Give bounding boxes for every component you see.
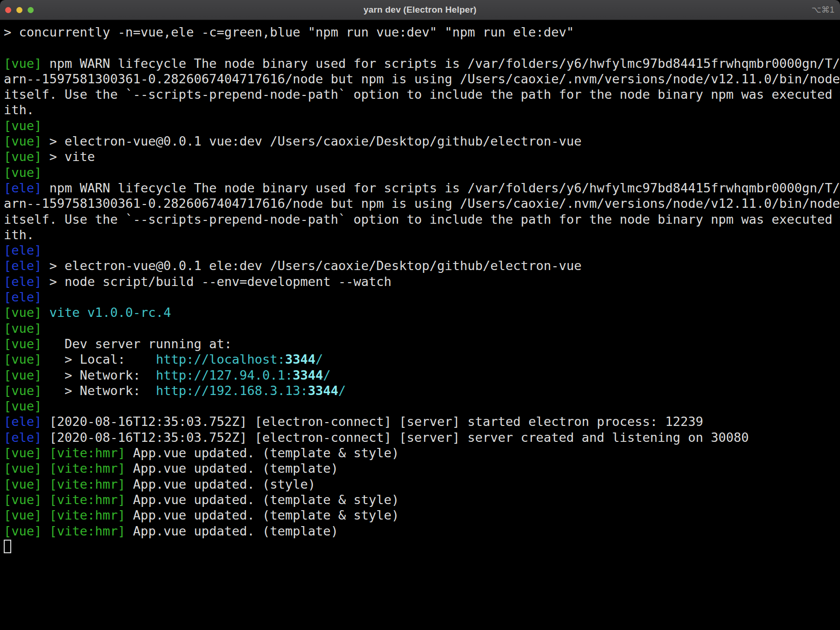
terminal-line: > concurrently -n=vue,ele -c=green,blue … — [4, 24, 840, 40]
terminal-text-segment: [2020-08-16T12:35:03.752Z] [electron-con… — [42, 414, 703, 429]
terminal-line: [ele] > electron-vue@0.0.1 ele:dev /User… — [4, 258, 840, 273]
titlebar[interactable]: yarn dev (Electron Helper) ⌥⌘1 — [0, 0, 840, 20]
terminal-line: [ele] [2020-08-16T12:35:03.752Z] [electr… — [4, 430, 840, 445]
terminal-text-segment — [42, 477, 49, 491]
terminal-text-segment: npm WARN lifecycle The node binary used … — [42, 56, 840, 71]
terminal-text-segment: > Local: — [42, 352, 156, 366]
terminal-text-segment: [vue] — [4, 383, 42, 398]
terminal-text-segment: > electron-vue@0.0.1 ele:dev /Users/caox… — [42, 258, 581, 273]
minimize-button[interactable] — [16, 7, 22, 13]
terminal-text-segment: [ele] — [4, 274, 42, 289]
terminal-line: ith. — [4, 227, 840, 242]
traffic-lights — [5, 0, 34, 20]
terminal-line: arn--1597581300361-0.2826067404717616/no… — [4, 71, 840, 87]
terminal-line: [vue] — [4, 165, 840, 180]
terminal-line: [vue] [vite:hmr] App.vue updated. (templ… — [4, 445, 840, 461]
terminal-text-segment: [vite:hmr] — [50, 508, 126, 522]
terminal-text-segment: > Network: — [42, 368, 156, 382]
terminal-text-segment: [ele] — [4, 243, 42, 257]
close-button[interactable] — [5, 7, 11, 13]
terminal-text-segment — [42, 524, 49, 538]
terminal-text-segment: App.vue updated. (template & style) — [125, 446, 399, 460]
terminal-text-segment: [vue] — [4, 56, 42, 71]
terminal-text-segment: [vue] — [4, 165, 42, 180]
terminal-line: [vue] [vite:hmr] App.vue updated. (templ… — [4, 523, 840, 539]
terminal-text-segment: http://localhost: — [156, 352, 285, 366]
terminal-line: [vue] Dev server running at: — [4, 336, 840, 352]
terminal-line: [vue] > vite — [4, 149, 840, 164]
terminal-text-segment: App.vue updated. (template) — [125, 461, 338, 476]
terminal-text-segment: [vue] — [4, 508, 42, 522]
terminal-text-segment: > concurrently -n=vue,ele -c=green,blue … — [4, 25, 574, 39]
terminal-text-segment: [vue] — [4, 524, 42, 538]
terminal-line: [vue] vite v1.0.0-rc.4 — [4, 305, 840, 320]
terminal-text-segment: [vue] — [4, 118, 42, 133]
terminal-text-segment: [vue] — [4, 477, 42, 491]
terminal-line: [vue] [vite:hmr] App.vue updated. (style… — [4, 476, 840, 492]
terminal-text-segment: [vue] — [4, 134, 42, 148]
terminal-text-segment: ith. — [4, 227, 34, 242]
zoom-button[interactable] — [28, 7, 34, 13]
terminal-line: [vue] > electron-vue@0.0.1 vue:dev /User… — [4, 133, 840, 149]
terminal-text-segment: [vue] — [4, 352, 42, 366]
terminal-text-segment — [42, 446, 49, 460]
terminal-text-segment: [vite:hmr] — [50, 492, 126, 507]
terminal-text-segment: App.vue updated. (style) — [125, 477, 315, 491]
terminal-line: [ele] npm WARN lifecycle The node binary… — [4, 180, 840, 196]
terminal-line — [4, 40, 840, 55]
terminal-line: itself. Use the `--scripts-prepend-node-… — [4, 87, 840, 102]
terminal-line: [ele] — [4, 242, 840, 258]
terminal-text-segment: [vue] — [4, 305, 42, 320]
terminal-line: arn--1597581300361-0.2826067404717616/no… — [4, 196, 840, 211]
terminal-text-segment: itself. Use the `--scripts-prepend-node-… — [4, 212, 840, 227]
terminal-text-segment: App.vue updated. (template) — [125, 524, 338, 538]
terminal-text-segment: [vue] — [4, 368, 42, 382]
terminal-text-segment: [vite:hmr] — [50, 477, 126, 491]
terminal-cursor — [4, 540, 11, 553]
terminal-text-segment: [vite:hmr] — [50, 524, 126, 538]
terminal-line: [vue] — [4, 118, 840, 133]
terminal-line: [vue] > Local: http://localhost:3344/ — [4, 352, 840, 367]
window-title: yarn dev (Electron Helper) — [363, 5, 477, 15]
terminal-text-segment: [2020-08-16T12:35:03.752Z] [electron-con… — [42, 430, 749, 445]
terminal-text-segment: [ele] — [4, 258, 42, 273]
terminal-text-segment: [ele] — [4, 414, 42, 429]
terminal-text-segment: 3344 — [293, 368, 323, 382]
terminal-text-segment: [ele] — [4, 290, 42, 304]
terminal-text-segment: > electron-vue@0.0.1 vue:dev /Users/caox… — [42, 134, 581, 148]
terminal-text-segment: [vue] — [4, 446, 42, 460]
terminal-line: [vue] > Network: http://127.94.0.1:3344/ — [4, 367, 840, 383]
terminal-text-segment: arn--1597581300361-0.2826067404717616/no… — [4, 72, 840, 86]
terminal-text-segment: / — [338, 383, 346, 398]
terminal-line: [vue] [vite:hmr] App.vue updated. (templ… — [4, 461, 840, 476]
terminal-text-segment: [ele] — [4, 430, 42, 445]
terminal-text-segment: > vite — [42, 149, 95, 164]
terminal-text-segment: arn--1597581300361-0.2826067404717616/no… — [4, 196, 840, 211]
terminal-text-segment: [vite:hmr] — [50, 461, 126, 476]
terminal-line: itself. Use the `--scripts-prepend-node-… — [4, 212, 840, 227]
terminal-text-segment: vite v1.0.0-rc.4 — [50, 305, 171, 320]
terminal-text-segment: > Network: — [42, 383, 156, 398]
terminal-text-segment — [42, 492, 49, 507]
terminal-text-segment: 3344 — [285, 352, 315, 366]
terminal-line: [vue] [vite:hmr] App.vue updated. (templ… — [4, 507, 840, 523]
terminal-text-segment — [42, 508, 49, 522]
terminal-line: [vue] [vite:hmr] App.vue updated. (templ… — [4, 492, 840, 507]
terminal-line: [ele] — [4, 289, 840, 305]
terminal-text-segment — [42, 461, 49, 476]
terminal-text-segment: [vue] — [4, 337, 42, 351]
terminal-text-segment: App.vue updated. (template & style) — [125, 492, 399, 507]
terminal-output[interactable]: > concurrently -n=vue,ele -c=green,blue … — [0, 20, 840, 554]
terminal-text-segment: / — [316, 352, 323, 366]
terminal-line: [vue] — [4, 398, 840, 414]
terminal-text-segment: http://127.94.0.1: — [156, 368, 293, 382]
terminal-line: [ele] > node script/build --env=developm… — [4, 274, 840, 289]
terminal-line: [ele] [2020-08-16T12:35:03.752Z] [electr… — [4, 414, 840, 429]
window-shortcut-badge: ⌥⌘1 — [811, 0, 834, 20]
terminal-window: yarn dev (Electron Helper) ⌥⌘1 > concurr… — [0, 0, 840, 630]
terminal-text-segment: [ele] — [4, 181, 42, 195]
terminal-cursor-line — [4, 539, 840, 554]
terminal-text-segment: > node script/build --env=development --… — [42, 274, 391, 289]
terminal-text-segment: itself. Use the `--scripts-prepend-node-… — [4, 87, 840, 102]
terminal-text-segment: [vue] — [4, 492, 42, 507]
